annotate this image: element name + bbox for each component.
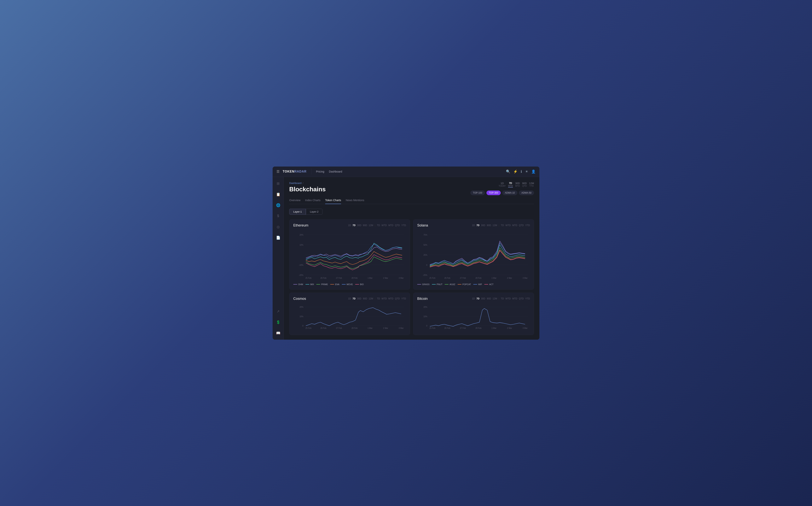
sol-btn-mtd[interactable]: MTD xyxy=(512,224,517,227)
time-btn-30d[interactable]: 30D MTD xyxy=(515,182,520,187)
cosmos-btn-12m[interactable]: 12M xyxy=(369,297,373,300)
cosmos-btn-7d[interactable]: 7D xyxy=(352,297,356,300)
ethereum-chart-header: Ethereum 1D 7D 30D 90D 12M | TD WTD MTD … xyxy=(293,224,406,228)
svg-text:20%: 20% xyxy=(299,306,303,308)
filter-badges: TOP-100 TOP-300 ADMA-10 ADMA-50 xyxy=(471,190,534,195)
eth-btn-mtd[interactable]: MTD xyxy=(388,224,393,227)
filter-adma10[interactable]: ADMA-10 xyxy=(502,190,517,195)
eth-btn-ytd[interactable]: YTD xyxy=(401,224,406,227)
time-btn-12m[interactable]: 12M YTD xyxy=(529,182,534,187)
layer-1-button[interactable]: Layer-1 xyxy=(289,209,306,215)
filter-adma50[interactable]: ADMA-50 xyxy=(519,190,534,195)
app-window: ☰ TOKEN RADAR Pricing Dashboard 🔍 ⚡ ℹ ☀ … xyxy=(273,167,539,340)
breadcrumb-link[interactable]: Dashboard xyxy=(289,182,302,184)
btc-btn-td[interactable]: TD xyxy=(501,297,504,300)
sol-btn-wtd[interactable]: WTD xyxy=(505,224,511,227)
sol-btn-qtd[interactable]: QTD xyxy=(519,224,524,227)
tab-news-mentions[interactable]: News Mentions xyxy=(346,197,364,204)
eth-btn-12m[interactable]: 12M xyxy=(369,224,373,227)
svg-text:3 Mar: 3 Mar xyxy=(523,327,528,329)
btc-btn-12m[interactable]: 12M xyxy=(493,297,497,300)
ethereum-chart-svg-wrapper: 20% 10% -10% -20% 25 Feb 26 Feb 27 Feb 2… xyxy=(293,231,406,281)
sidebar-icon-export[interactable]: ↗ xyxy=(275,308,282,315)
cosmos-btn-td[interactable]: TD xyxy=(377,297,380,300)
time-btn-12m-sub: YTD xyxy=(529,185,534,187)
btc-btn-ytd[interactable]: YTD xyxy=(525,297,530,300)
sol-btn-12m[interactable]: 12M xyxy=(493,224,497,227)
solana-chart-header: Solana 1D 7D 30D 90D 12M | TD WTD MTD QT… xyxy=(417,224,530,228)
time-btn-1d[interactable]: 1D TODAY xyxy=(499,182,506,187)
time-buttons: 1D TODAY 7D WTD 30D MTD 90D xyxy=(499,182,534,188)
time-btn-90d[interactable]: 90D QTD xyxy=(522,182,527,187)
user-icon[interactable]: 👤 xyxy=(531,169,535,174)
cosmos-btn-mtd[interactable]: MTD xyxy=(388,297,393,300)
solana-chart-svg: 75% 50% 25% 0 -25% 25 Feb 26 Feb 27 Feb … xyxy=(417,231,530,281)
btc-btn-7d[interactable]: 7D xyxy=(476,297,479,300)
sidebar-icon-grid[interactable]: ⊞ xyxy=(275,180,282,187)
tab-overview[interactable]: Overview xyxy=(289,197,300,204)
bitcoin-chart-svg: 20% 10% 0 25 Feb 26 Feb 27 Feb 28 Feb 1 … xyxy=(417,304,530,331)
header-row: Dashboard / Blockchains 1D TODAY 7D WTD xyxy=(289,182,534,196)
svg-text:10%: 10% xyxy=(299,315,303,317)
cosmos-btn-wtd[interactable]: WTD xyxy=(382,297,387,300)
eth-btn-1d[interactable]: 1D xyxy=(348,224,351,227)
filter-top300[interactable]: TOP-300 xyxy=(486,190,501,195)
svg-text:28 Feb: 28 Feb xyxy=(351,327,358,329)
nav-dashboard[interactable]: Dashboard xyxy=(329,169,342,174)
cosmos-chart-svg: 20% 10% 0 25 Feb 26 Feb 27 Feb 28 Feb 1 … xyxy=(293,304,406,331)
filter-icon[interactable]: ⚡ xyxy=(513,169,518,174)
svg-text:28 Feb: 28 Feb xyxy=(351,277,358,279)
tab-token-charts[interactable]: Token Charts xyxy=(325,197,341,204)
sidebar-icon-doc[interactable]: 📄 xyxy=(275,234,282,241)
eth-btn-td[interactable]: TD xyxy=(377,224,380,227)
sol-btn-90d[interactable]: 90D xyxy=(487,224,491,227)
btc-btn-mtd[interactable]: MTD xyxy=(512,297,517,300)
bitcoin-chart-title: Bitcoin xyxy=(417,297,428,301)
sidebar-icon-target[interactable]: ◎ xyxy=(275,224,282,230)
eth-btn-30d[interactable]: 30D xyxy=(357,224,361,227)
eth-btn-wtd[interactable]: WTD xyxy=(382,224,387,227)
btc-btn-30d[interactable]: 30D xyxy=(481,297,485,300)
time-btn-12m-label: 12M xyxy=(529,182,534,185)
sol-btn-30d[interactable]: 30D xyxy=(481,224,485,227)
sidebar-icon-globe[interactable]: 🌐 xyxy=(275,202,282,209)
bitcoin-chart-card: Bitcoin 1D 7D 30D 90D 12M | TD WTD MTD Q… xyxy=(413,292,534,335)
btc-btn-1d[interactable]: 1D xyxy=(472,297,475,300)
sidebar-icon-file[interactable]: 📋 xyxy=(275,191,282,198)
time-btn-7d[interactable]: 7D WTD xyxy=(508,182,513,188)
btc-btn-wtd[interactable]: WTD xyxy=(505,297,511,300)
eth-btn-90d[interactable]: 90D xyxy=(363,224,367,227)
eth-btn-7d[interactable]: 7D xyxy=(352,224,356,227)
sidebar-icon-book[interactable]: 📖 xyxy=(275,330,282,337)
layer-2-button[interactable]: Layer-2 xyxy=(306,209,322,215)
hamburger-icon[interactable]: ☰ xyxy=(277,169,280,174)
svg-text:20%: 20% xyxy=(299,234,303,236)
sol-legend-act: ACT xyxy=(484,283,493,285)
cosmos-btn-qtd[interactable]: QTD xyxy=(395,297,400,300)
btc-btn-90d[interactable]: 90D xyxy=(487,297,491,300)
search-icon[interactable]: 🔍 xyxy=(506,169,510,174)
filter-top100[interactable]: TOP-100 xyxy=(471,190,485,195)
theme-icon[interactable]: ☀ xyxy=(525,169,528,174)
svg-text:20%: 20% xyxy=(423,306,427,308)
eth-legend-ena: ENA xyxy=(330,283,339,285)
cosmos-btn-30d[interactable]: 30D xyxy=(357,297,361,300)
cosmos-btn-90d[interactable]: 90D xyxy=(363,297,367,300)
cosmos-btn-ytd[interactable]: YTD xyxy=(401,297,406,300)
btc-btn-qtd[interactable]: QTD xyxy=(519,297,524,300)
info-icon[interactable]: ℹ xyxy=(521,169,522,174)
eth-btn-qtd[interactable]: QTD xyxy=(395,224,400,227)
tab-index-charts[interactable]: Index Charts xyxy=(305,197,320,204)
sol-btn-ytd[interactable]: YTD xyxy=(525,224,530,227)
sol-btn-1d[interactable]: 1D xyxy=(472,224,475,227)
sol-btn-td[interactable]: TD xyxy=(501,224,504,227)
sol-legend-wif: WIF xyxy=(473,283,482,285)
nav-pricing[interactable]: Pricing xyxy=(316,169,324,174)
sidebar-icon-money[interactable]: 💲 xyxy=(275,319,282,326)
cosmos-btn-1d[interactable]: 1D xyxy=(348,297,351,300)
sol-btn-7d[interactable]: 7D xyxy=(476,224,479,227)
time-btn-1d-sub: TODAY xyxy=(499,185,506,187)
tabs: Overview Index Charts Token Charts News … xyxy=(289,197,534,204)
svg-text:10%: 10% xyxy=(423,315,427,317)
sidebar-icon-dollar[interactable]: $ xyxy=(275,213,282,220)
